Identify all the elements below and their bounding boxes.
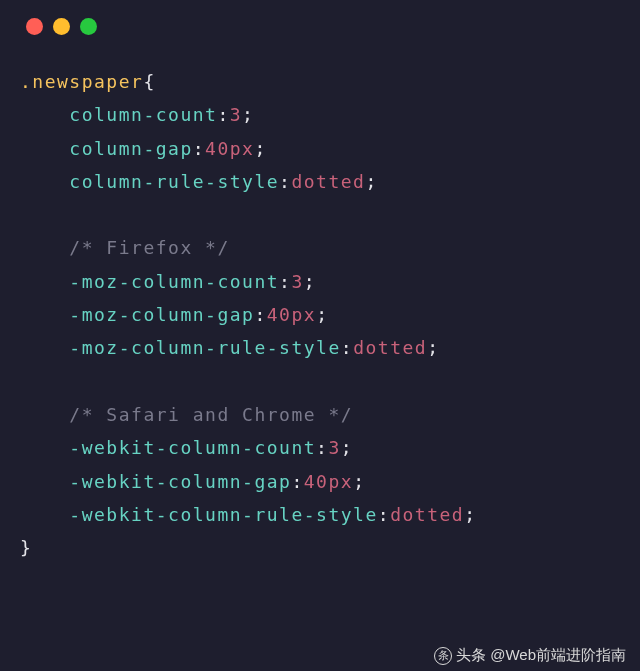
code-block: .newspaper{ column-count:3; column-gap:4… (20, 65, 620, 564)
css-property: -moz-column-gap (69, 304, 254, 325)
css-property: -webkit-column-rule-style (69, 504, 377, 525)
css-unit: px (291, 304, 316, 325)
close-icon[interactable] (26, 18, 43, 35)
css-value: dotted (390, 504, 464, 525)
minimize-icon[interactable] (53, 18, 70, 35)
code-window: .newspaper{ column-count:3; column-gap:4… (0, 0, 640, 671)
css-property: -moz-column-count (69, 271, 279, 292)
brace-close: } (20, 537, 32, 558)
css-value: 40 (267, 304, 292, 325)
css-property: -webkit-column-gap (69, 471, 291, 492)
css-value: 3 (230, 104, 242, 125)
css-property: column-gap (69, 138, 192, 159)
css-value: 3 (291, 271, 303, 292)
window-controls (26, 18, 620, 35)
watermark-handle: @Web前端进阶指南 (490, 646, 626, 665)
css-selector: .newspaper (20, 71, 143, 92)
css-property: -moz-column-rule-style (69, 337, 340, 358)
watermark: 条 头条 @Web前端进阶指南 (434, 646, 626, 665)
watermark-label: 头条 (456, 646, 486, 665)
css-value: dotted (353, 337, 427, 358)
css-property: column-count (69, 104, 217, 125)
css-value: dotted (291, 171, 365, 192)
source-icon: 条 (434, 647, 452, 665)
css-comment: /* Firefox */ (69, 237, 229, 258)
blank-line (20, 365, 620, 398)
maximize-icon[interactable] (80, 18, 97, 35)
blank-line (20, 198, 620, 231)
css-value: 40 (304, 471, 329, 492)
css-comment: /* Safari and Chrome */ (69, 404, 353, 425)
css-unit: px (328, 471, 353, 492)
css-value: 3 (328, 437, 340, 458)
css-unit: px (230, 138, 255, 159)
css-value: 40 (205, 138, 230, 159)
css-property: -webkit-column-count (69, 437, 316, 458)
brace-open: { (143, 71, 155, 92)
css-property: column-rule-style (69, 171, 279, 192)
